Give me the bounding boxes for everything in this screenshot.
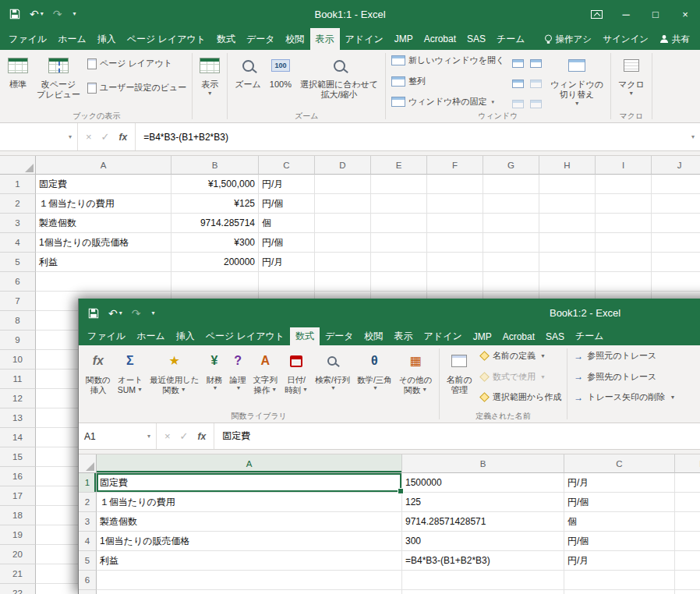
tab-page-layout[interactable]: ページ レイアウト (200, 327, 290, 345)
tab-file[interactable]: ファイル (82, 327, 131, 345)
tab-data[interactable]: データ (320, 327, 359, 345)
row-header-1[interactable]: 1 (0, 175, 36, 194)
cancel-button[interactable]: × (164, 430, 171, 442)
cell-C2[interactable]: 円/個 (259, 194, 315, 214)
cell-D6[interactable] (315, 272, 371, 292)
cell-B5[interactable]: 200000 (171, 253, 259, 272)
enter-button[interactable]: ✓ (180, 430, 189, 442)
cell-D4[interactable] (315, 233, 371, 253)
row-header-1[interactable]: 1 (79, 473, 97, 493)
column-header-I[interactable]: I (596, 156, 652, 175)
cell-A1[interactable]: 固定費 (97, 473, 402, 493)
tab-view[interactable]: 表示 (310, 28, 340, 50)
column-header-F[interactable]: F (427, 156, 483, 175)
tab-data[interactable]: データ (241, 28, 281, 50)
tell-me-button[interactable]: 操作アシ (539, 28, 598, 50)
row-header-5[interactable]: 5 (0, 253, 36, 272)
row-header-20[interactable]: 20 (0, 545, 36, 564)
cell-D2[interactable] (315, 194, 371, 214)
row-header-18[interactable]: 18 (0, 506, 36, 525)
cell-A6[interactable] (36, 272, 171, 292)
column-header-G[interactable]: G (483, 156, 539, 175)
row-header-15[interactable]: 15 (0, 447, 36, 467)
formula-input[interactable]: 固定費 (214, 423, 700, 449)
cell-J3[interactable] (652, 214, 700, 233)
tab-review[interactable]: 校閲 (359, 327, 389, 345)
cell-E2[interactable] (371, 194, 427, 214)
split-button[interactable] (509, 54, 526, 73)
create-from-selection-button[interactable]: 選択範囲から作成 (477, 390, 564, 405)
cell-A7[interactable] (97, 590, 402, 594)
row-header-6[interactable]: 6 (0, 272, 36, 292)
column-header-C[interactable]: C (259, 156, 315, 175)
cell-D5[interactable] (315, 253, 371, 272)
cell-C3[interactable]: 個 (564, 512, 675, 532)
cell-H3[interactable] (539, 214, 596, 233)
undo-button[interactable]: ↶▾ (108, 308, 122, 319)
page-break-preview-button[interactable]: 改ページ プレビュー (33, 51, 84, 102)
redo-button[interactable]: ↷ (132, 308, 141, 319)
more-functions-button[interactable]: ▦ その他の 関数▼ (396, 347, 436, 397)
select-all-corner[interactable] (79, 454, 97, 473)
row-header-19[interactable]: 19 (0, 525, 36, 545)
cell-D1[interactable] (675, 473, 700, 493)
cell-A4[interactable]: 1個当たりの販売価格 (36, 233, 171, 253)
row-header-12[interactable]: 12 (0, 389, 36, 408)
tab-insert[interactable]: 挿入 (92, 28, 122, 50)
cell-F3[interactable] (427, 214, 483, 233)
formula-input[interactable]: =B4*B3-(B1+B2*B3) (136, 123, 686, 150)
cell-A1[interactable]: 固定費 (36, 175, 171, 194)
column-header-J[interactable]: J (652, 156, 700, 175)
name-manager-button[interactable]: 名前の 管理 (443, 347, 476, 398)
name-box[interactable]: A1 ▾ (79, 423, 157, 449)
row-header-2[interactable]: 2 (79, 493, 97, 512)
minimize-button[interactable]: ─ (611, 0, 641, 28)
row-header-3[interactable]: 3 (0, 214, 36, 233)
cell-G3[interactable] (483, 214, 539, 233)
row-header-2[interactable]: 2 (0, 194, 36, 214)
redo-button[interactable]: ↷ (53, 9, 62, 19)
cell-J5[interactable] (652, 253, 700, 272)
tab-acrobat[interactable]: Acrobat (497, 327, 540, 345)
cell-I5[interactable] (596, 253, 652, 272)
row-header-9[interactable]: 9 (0, 331, 36, 350)
cell-B2[interactable]: ¥125 (171, 194, 259, 214)
row-header-13[interactable]: 13 (0, 408, 36, 428)
cell-D5[interactable] (675, 551, 700, 571)
cell-E4[interactable] (371, 233, 427, 253)
financial-button[interactable]: ¥ 財務 ▼ (203, 347, 226, 394)
tab-home[interactable]: ホーム (52, 28, 92, 50)
cell-B7[interactable] (402, 590, 564, 594)
cell-A3[interactable]: 製造個数 (97, 512, 402, 532)
insert-function-button[interactable]: fx (198, 431, 207, 442)
cell-C4[interactable]: 円/個 (259, 233, 315, 253)
name-box[interactable]: ▾ (0, 123, 78, 150)
cell-H4[interactable] (539, 233, 596, 253)
customize-quick-access-button[interactable]: ▾ (150, 310, 154, 316)
row-header-4[interactable]: 4 (79, 532, 97, 551)
row-header-4[interactable]: 4 (0, 233, 36, 253)
undo-button[interactable]: ↶▾ (30, 9, 44, 19)
column-header-B[interactable]: B (171, 156, 259, 175)
column-header-B[interactable]: B (402, 454, 564, 473)
cell-I6[interactable] (596, 272, 652, 292)
insert-function-button[interactable]: fx (119, 132, 128, 143)
cell-C3[interactable]: 個 (259, 214, 315, 233)
tab-addins[interactable]: アドイン (340, 28, 389, 50)
customize-quick-access-button[interactable]: ▾ (71, 11, 76, 17)
tab-review[interactable]: 校閲 (281, 28, 310, 50)
hide-window-button[interactable] (509, 74, 526, 94)
name-box-dropdown-icon[interactable]: ▾ (69, 133, 72, 140)
save-button[interactable] (88, 308, 99, 319)
cell-C1[interactable]: 円/月 (259, 175, 315, 194)
column-header-D[interactable]: D (315, 156, 371, 175)
tab-view[interactable]: 表示 (389, 327, 419, 345)
tab-formulas[interactable]: 数式 (290, 327, 320, 345)
cell-B4[interactable]: 300 (402, 532, 564, 551)
zoom-button[interactable]: ズーム (231, 51, 265, 92)
cell-J2[interactable] (652, 194, 700, 214)
cell-A3[interactable]: 製造個数 (36, 214, 171, 233)
cell-H5[interactable] (539, 253, 596, 272)
switch-windows-button[interactable]: ウィンドウの 切り替え ▼ (546, 51, 607, 110)
freeze-panes-button[interactable]: ウィンドウ枠の固定 ▾ (389, 94, 507, 109)
